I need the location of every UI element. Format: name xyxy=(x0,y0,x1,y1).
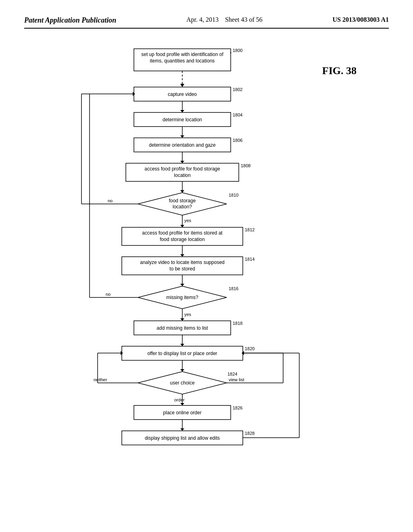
svg-marker-16 xyxy=(180,135,184,138)
svg-text:1800: 1800 xyxy=(233,48,242,53)
svg-marker-11 xyxy=(180,110,184,112)
svg-text:determine location: determine location xyxy=(163,117,202,123)
svg-text:1810: 1810 xyxy=(229,193,238,197)
svg-text:access food profile for food s: access food profile for food storage xyxy=(144,166,220,172)
svg-marker-27 xyxy=(180,190,184,193)
svg-text:view list: view list xyxy=(229,377,244,382)
svg-text:add missing items to list: add missing items to list xyxy=(156,325,208,331)
svg-text:1812: 1812 xyxy=(245,227,254,232)
svg-text:1814: 1814 xyxy=(245,257,254,262)
svg-marker-21 xyxy=(180,161,184,163)
svg-text:1818: 1818 xyxy=(233,321,242,326)
svg-text:no: no xyxy=(108,198,113,203)
svg-text:set up food profile with ident: set up food profile with identification … xyxy=(141,52,223,57)
svg-text:location?: location? xyxy=(173,204,192,210)
svg-text:location: location xyxy=(174,172,190,178)
svg-text:analyze video to locate items : analyze video to locate items supposed xyxy=(140,260,224,265)
svg-text:items, quantities and location: items, quantities and locations xyxy=(150,58,215,64)
svg-text:missing items?: missing items? xyxy=(166,295,198,300)
patent-number: US 2013/0083003 A1 xyxy=(332,16,389,23)
svg-text:user choice: user choice xyxy=(170,380,195,386)
svg-text:1824: 1824 xyxy=(227,372,237,376)
svg-text:offer to display list or place: offer to display list or place order xyxy=(147,351,217,356)
svg-marker-70 xyxy=(180,369,184,372)
svg-text:1804: 1804 xyxy=(233,112,242,117)
svg-text:1802: 1802 xyxy=(233,87,242,92)
header-center: Apr. 4, 2013 Sheet 43 of 56 xyxy=(186,16,263,23)
svg-text:neither: neither xyxy=(94,377,107,382)
svg-text:capture video: capture video xyxy=(168,91,197,97)
patent-title: Patent Application Publication xyxy=(24,16,116,25)
svg-marker-34 xyxy=(180,225,184,227)
figure-label: FIG. 38 xyxy=(322,65,357,77)
svg-text:display shipping list and allo: display shipping list and allow edits xyxy=(145,435,220,441)
svg-text:yes: yes xyxy=(184,312,192,317)
svg-marker-57 xyxy=(180,318,184,321)
svg-text:to be stored: to be stored xyxy=(169,266,195,272)
svg-marker-6 xyxy=(180,84,184,87)
svg-text:1828: 1828 xyxy=(245,431,254,436)
svg-marker-86 xyxy=(180,403,184,405)
svg-text:1808: 1808 xyxy=(241,163,250,168)
date: Apr. 4, 2013 xyxy=(186,16,219,23)
diagram-container: FIG. 38 set up food profile with identif… xyxy=(24,41,389,520)
svg-marker-91 xyxy=(180,428,184,431)
svg-text:1816: 1816 xyxy=(229,286,238,291)
svg-text:food storage: food storage xyxy=(169,198,196,204)
svg-text:yes: yes xyxy=(184,218,192,223)
svg-text:determine orientation and gaze: determine orientation and gaze xyxy=(149,142,216,148)
svg-text:order: order xyxy=(174,397,185,402)
svg-text:1826: 1826 xyxy=(233,405,242,410)
svg-marker-51 xyxy=(180,284,184,286)
svg-marker-45 xyxy=(180,254,184,257)
svg-text:access food profile for items : access food profile for items stored at xyxy=(142,230,223,236)
svg-text:1820: 1820 xyxy=(245,346,254,351)
svg-marker-65 xyxy=(180,344,184,346)
sheet: Sheet 43 of 56 xyxy=(225,16,263,23)
svg-text:food storage location: food storage location xyxy=(160,237,204,242)
page: Patent Application Publication Apr. 4, 2… xyxy=(0,0,413,532)
flowchart: set up food profile with identification … xyxy=(41,45,372,520)
svg-text:place online order: place online order xyxy=(163,410,201,416)
svg-text:1806: 1806 xyxy=(233,138,242,143)
header: Patent Application Publication Apr. 4, 2… xyxy=(24,16,389,29)
svg-text:no: no xyxy=(106,292,111,297)
